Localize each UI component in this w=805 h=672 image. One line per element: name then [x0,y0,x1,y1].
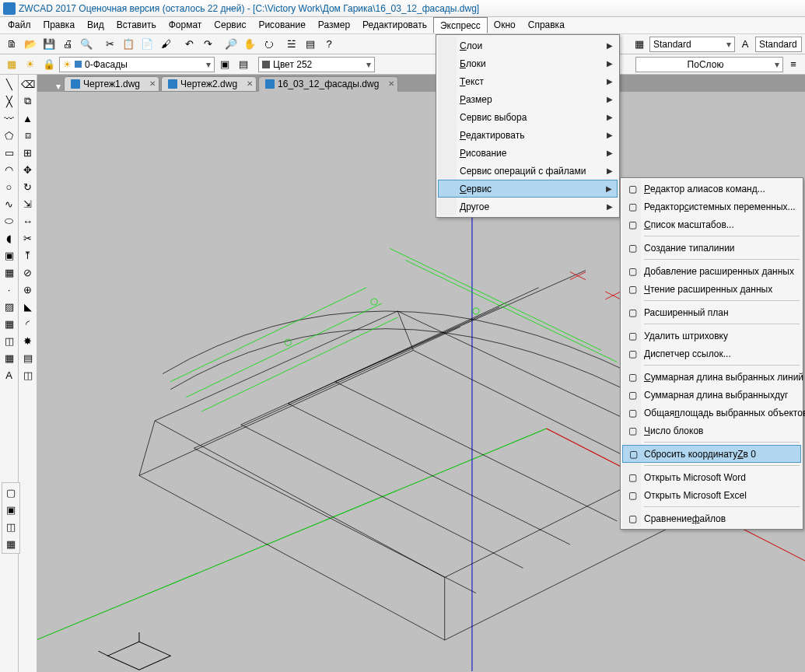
layers-button[interactable]: ▤ [302,36,319,53]
tab-doc-2[interactable]: Чертеж2.dwg✕ [161,76,257,92]
move-tool[interactable]: ✥ [20,162,36,177]
menu-window[interactable]: Окно [488,17,522,33]
ellipse-tool[interactable]: ⬭ [2,213,17,229]
menu-insert[interactable]: Вставить [110,17,163,33]
save-button[interactable]: 💾 [40,36,58,53]
chamfer-tool[interactable]: ◣ [20,299,36,314]
tab-doc-3[interactable]: 16_03_12_фасады.dwg✕ [258,76,398,92]
menu-item[interactable]: Сервис▶ [438,180,618,198]
print-button[interactable]: 🖨 [59,36,76,53]
text-style-combo[interactable]: Standard ▾ [649,37,735,52]
properties-button[interactable]: ☱ [283,36,300,53]
pan-button[interactable]: ✋ [241,36,258,53]
polyline-tool[interactable]: 〰 [2,110,17,126]
spline-tool[interactable]: ∿ [2,196,17,212]
tab-doc-1[interactable]: Чертеж1.dwg✕ [64,76,159,92]
redo-button[interactable]: ↷ [199,36,216,53]
open-button[interactable]: 📂 [22,36,39,53]
rotate-tool[interactable]: ↻ [20,179,36,194]
menu-format[interactable]: Формат [163,17,208,33]
text-style-combo-2[interactable]: Standard [755,37,802,52]
extend-tool[interactable]: ⤒ [20,247,36,263]
circle-tool[interactable]: ○ [2,179,17,194]
fillet-tool[interactable]: ◜ [20,316,36,331]
erase-tool[interactable]: ⌫ [20,76,36,92]
menu-item[interactable]: ▢Суммарная длина выбранных дуг [622,386,801,404]
menu-help[interactable]: Справка [522,17,571,33]
close-icon[interactable]: ✕ [388,79,394,88]
layer-combo[interactable]: ☀ 0-Фасады ▾ [59,57,215,72]
color-combo[interactable]: Цвет 252 ▾ [258,57,375,72]
menu-item[interactable]: ▢Чтение расширенных данных [622,280,801,298]
explode-tool[interactable]: ✸ [20,333,36,348]
menu-item[interactable]: ▢Создание типа линии [622,239,801,257]
menu-item[interactable]: Рисование▶ [438,144,618,162]
new-button[interactable]: 🗎 [3,36,20,53]
menu-item[interactable]: ▢Открыть Microsoft Word [622,468,801,486]
draworder-tool[interactable]: ◫ [20,367,36,383]
menu-item[interactable]: Редактировать▶ [438,126,618,144]
menu-item[interactable]: Сервис выбора▶ [438,108,618,126]
array-tool[interactable]: ⊞ [20,145,36,160]
snap-end-tool[interactable]: ▢ [3,485,19,500]
line-tool[interactable]: ╲ [2,76,17,92]
menu-item[interactable]: ▢Общая площадь выбранных объектов [622,404,801,422]
menu-item[interactable]: Сервис операций с файлами▶ [438,162,618,180]
layer-tool[interactable]: ▤ [20,350,36,366]
layer-tool-2[interactable]: ▤ [235,56,252,73]
menu-item[interactable]: ▢Сравнение файлов [622,509,801,527]
menu-view[interactable]: Вид [81,17,110,33]
menu-item[interactable]: ▢Число блоков [622,422,801,439]
menu-service[interactable]: Сервис [208,17,252,33]
menu-item[interactable]: ▢Расширенный план [622,303,801,321]
snap-node-tool[interactable]: ▦ [3,536,19,551]
menu-item[interactable]: Текст▶ [438,72,618,90]
menu-dimension[interactable]: Размер [312,17,356,33]
layer-freeze-button[interactable]: ☀ [22,56,39,73]
style-button[interactable]: A [737,36,754,53]
text-tool[interactable]: A [2,367,17,383]
mirror-tool[interactable]: ▲ [20,110,36,126]
menu-item[interactable]: ▢Редактор системных переменных... [622,198,801,215]
offset-tool[interactable]: ⧈ [20,128,36,143]
ellipse-arc-tool[interactable]: ◖ [2,230,17,246]
hatch-tool[interactable]: ▨ [2,299,17,314]
menu-item[interactable]: ▢Удалить штриховку [622,327,801,345]
copy-button[interactable]: 📋 [120,36,137,53]
menu-item[interactable]: Размер▶ [438,90,618,108]
join-tool[interactable]: ⊕ [20,282,36,297]
menu-draw[interactable]: Рисование [252,17,311,33]
arc-tool[interactable]: ◠ [2,162,17,177]
insert-block-tool[interactable]: ▣ [2,247,17,263]
layer-state-button[interactable]: ▦ [3,56,20,73]
orbit-button[interactable]: ⭮ [260,36,277,53]
stretch-tool[interactable]: ↔ [20,213,36,229]
menu-item[interactable]: ▢Открыть Microsoft Excel [622,486,801,504]
rectangle-tool[interactable]: ▭ [2,145,17,160]
menu-item[interactable]: ▢Редактор алиасов команд... [622,180,801,198]
menu-express[interactable]: Экспресс [433,17,488,33]
menu-item[interactable]: Слои▶ [438,37,618,54]
polygon-tool[interactable]: ⬠ [2,128,17,143]
menu-edit[interactable]: Правка [37,17,82,33]
close-icon[interactable]: ✕ [149,79,156,88]
snap-cen-tool[interactable]: ◫ [3,519,19,534]
paste-button[interactable]: 📄 [138,36,156,53]
menu-item[interactable]: ▢Добавление расширенных данных [622,262,801,280]
menu-file[interactable]: Файл [2,17,37,33]
zoom-button[interactable]: 🔎 [222,36,240,53]
snap-mid-tool[interactable]: ▣ [3,502,19,517]
menu-item[interactable]: ▢Список масштабов... [622,215,801,233]
scale-tool[interactable]: ⇲ [20,196,36,212]
menu-item[interactable]: Блоки▶ [438,54,618,72]
help-button[interactable]: ? [320,36,338,53]
break-tool[interactable]: ⊘ [20,264,36,280]
match-button[interactable]: 🖌 [157,36,174,53]
gradient-tool[interactable]: ▦ [2,316,17,331]
menu-item[interactable]: Другое▶ [438,198,618,215]
preview-button[interactable]: 🔍 [78,36,95,53]
xline-tool[interactable]: ╳ [2,93,17,109]
copy-tool[interactable]: ⧉ [20,93,36,109]
lineweight-combo[interactable]: ПоСлою ▾ [635,57,783,72]
menu-item[interactable]: ▢Суммарная длина выбранных линий [622,368,801,386]
